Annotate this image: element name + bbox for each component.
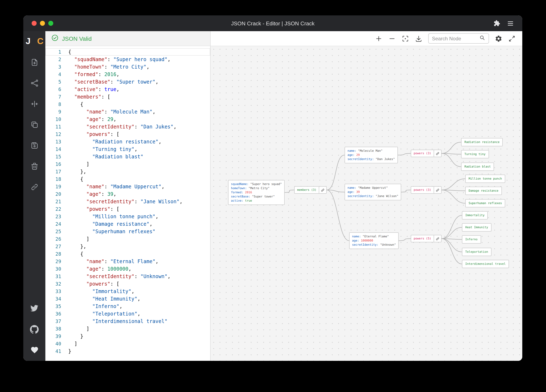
- line-number: 31: [45, 273, 61, 280]
- code-line[interactable]: 24 "Damage resistance",: [45, 220, 210, 228]
- line-number: 32: [45, 280, 61, 288]
- code-line[interactable]: 41}: [45, 348, 210, 355]
- graph-node-l2b[interactable]: Damage resistance: [465, 187, 502, 195]
- code-line[interactable]: 31 "secretIdentity": "Unknown",: [45, 273, 210, 280]
- code-line[interactable]: 18 {: [45, 175, 210, 183]
- code-line[interactable]: 32 "powers": [: [45, 280, 210, 288]
- github-icon[interactable]: [30, 325, 39, 333]
- node-link-icon[interactable]: [319, 187, 326, 193]
- code-line[interactable]: 17 },: [45, 168, 210, 175]
- search-icon[interactable]: [479, 35, 485, 42]
- graph-node-m1[interactable]: name: "Molecule Man"age: 29secretIdentit…: [344, 147, 398, 163]
- graph-view-icon[interactable]: [30, 79, 39, 87]
- code-line[interactable]: 29 "name": "Eternal Flame",: [45, 258, 210, 265]
- graph-node-l2c[interactable]: Superhuman reflexes: [465, 199, 505, 208]
- code-line[interactable]: 34 "Heat Immunity",: [45, 295, 210, 303]
- graph-node-l3c[interactable]: Inferno: [462, 235, 481, 244]
- code-line[interactable]: 25 "Superhuman reflexes": [45, 228, 210, 235]
- code-line[interactable]: 20 "age": 39,: [45, 190, 210, 198]
- line-number: 23: [45, 213, 61, 220]
- graph-edge: [442, 215, 462, 239]
- graph-node-l1a[interactable]: Radiation resistance: [461, 138, 503, 146]
- code-line[interactable]: 36 "Teleportation",: [45, 310, 210, 318]
- graph-canvas[interactable]: squadName: "Super hero squad"homeTown: "…: [211, 46, 522, 361]
- graph-node-members[interactable]: members (3): [294, 186, 327, 194]
- code-line[interactable]: 15 "Radiation blast": [45, 153, 210, 160]
- graph-node-l2a[interactable]: Million tonne punch: [465, 175, 505, 183]
- settings-gear-icon[interactable]: [495, 35, 502, 42]
- download-button[interactable]: [415, 35, 422, 42]
- graph-node-root[interactable]: squadName: "Super hero squad"homeTown: "…: [228, 180, 285, 205]
- code-line[interactable]: 22 "powers": [: [45, 205, 210, 213]
- menu-button[interactable]: [507, 20, 514, 27]
- sponsor-heart-icon[interactable]: [30, 346, 39, 354]
- copy-icon[interactable]: [30, 120, 39, 129]
- code-line[interactable]: 16 ]: [45, 160, 210, 168]
- graph-node-p1[interactable]: powers (3): [411, 150, 442, 157]
- search-node-box: [428, 33, 489, 44]
- center-view-button[interactable]: [402, 35, 409, 42]
- new-document-icon[interactable]: [30, 58, 39, 67]
- graph-node-l3e[interactable]: Interdimensional travel: [462, 260, 509, 268]
- line-number: 18: [45, 175, 61, 183]
- share-link-icon[interactable]: [30, 183, 39, 191]
- fullscreen-button[interactable]: [508, 35, 516, 42]
- app-logo[interactable]: JC: [26, 36, 43, 46]
- code-line[interactable]: 26 ]: [45, 235, 210, 243]
- code-line[interactable]: 21 "secretIdentity": "Jane Wilson",: [45, 198, 210, 205]
- graph-node-p3[interactable]: powers (5): [411, 235, 442, 242]
- graph-node-l3d[interactable]: Teleportation: [462, 248, 492, 256]
- graph-edge: [442, 239, 462, 252]
- json-editor[interactable]: 1{2 "squadName": "Super hero squad",3 "h…: [45, 46, 210, 361]
- zoom-out-button[interactable]: [388, 35, 396, 42]
- graph-node-p2[interactable]: powers (3): [411, 186, 442, 194]
- node-link-icon[interactable]: [434, 150, 441, 157]
- graph-edge: [401, 190, 411, 192]
- code-line[interactable]: 4 "formed": 2016,: [45, 71, 210, 78]
- code-line[interactable]: 28 {: [45, 250, 210, 258]
- code-line[interactable]: 33 "Immortality",: [45, 288, 210, 295]
- graph-node-m2[interactable]: name: "Madame Uppercut"age: 39secretIden…: [344, 184, 401, 200]
- code-line[interactable]: 3 "homeTown": "Metro City",: [45, 63, 210, 71]
- graph-node-l3b[interactable]: Heat Immunity: [462, 223, 492, 232]
- zoom-button[interactable]: [48, 21, 53, 26]
- save-icon[interactable]: [30, 141, 39, 150]
- code-line[interactable]: 8 {: [45, 101, 210, 108]
- line-number: 5: [45, 78, 61, 86]
- code-line[interactable]: 38 ]: [45, 325, 210, 333]
- code-line[interactable]: 19 "name": "Madame Uppercut",: [45, 183, 210, 190]
- node-link-icon[interactable]: [434, 235, 441, 242]
- extensions-puzzle-icon[interactable]: [494, 20, 500, 27]
- graph-node-m3[interactable]: name: "Eternal Flame"age: 1000000secretI…: [349, 232, 399, 249]
- code-line[interactable]: 9 "name": "Molecule Man",: [45, 108, 210, 116]
- code-line[interactable]: 23 "Million tonne punch",: [45, 213, 210, 220]
- code-line[interactable]: 37 "Interdimensional travel": [45, 318, 210, 325]
- code-line[interactable]: 1{: [45, 48, 210, 56]
- node-link-icon[interactable]: [434, 187, 441, 193]
- code-line[interactable]: 10 "age": 29,: [45, 116, 210, 123]
- search-node-input[interactable]: [432, 36, 477, 41]
- code-line[interactable]: 13 "Radiation resistance",: [45, 138, 210, 145]
- code-line[interactable]: 35 "Inferno",: [45, 303, 210, 310]
- code-line[interactable]: 5 "secretBase": "Super tower",: [45, 78, 210, 86]
- graph-node-l3a[interactable]: Immortality: [462, 211, 488, 220]
- delete-icon[interactable]: [30, 162, 39, 171]
- code-line[interactable]: 27 },: [45, 243, 210, 250]
- code-line[interactable]: 6 "active": true,: [45, 86, 210, 93]
- code-line[interactable]: 39 }: [45, 333, 210, 340]
- code-line[interactable]: 12 "powers": [: [45, 131, 210, 138]
- twitter-icon[interactable]: [30, 304, 38, 313]
- zoom-in-button[interactable]: [375, 35, 383, 42]
- close-button[interactable]: [32, 21, 37, 26]
- code-line[interactable]: 7 "members": [: [45, 93, 210, 101]
- code-line[interactable]: 14 "Turning tiny",: [45, 145, 210, 153]
- graph-node-l1b[interactable]: Turning tiny: [461, 150, 489, 158]
- code-line[interactable]: 11 "secretIdentity": "Dan Jukes",: [45, 123, 210, 131]
- graph-node-l1c[interactable]: Radiation blast: [461, 163, 494, 171]
- fold-width-icon[interactable]: [30, 100, 39, 108]
- code-line[interactable]: 2 "squadName": "Super hero squad",: [45, 56, 210, 63]
- graph-edge: [442, 153, 461, 167]
- code-line[interactable]: 30 "age": 1000000,: [45, 265, 210, 273]
- minimize-button[interactable]: [40, 21, 45, 26]
- code-line[interactable]: 40 ]: [45, 340, 210, 348]
